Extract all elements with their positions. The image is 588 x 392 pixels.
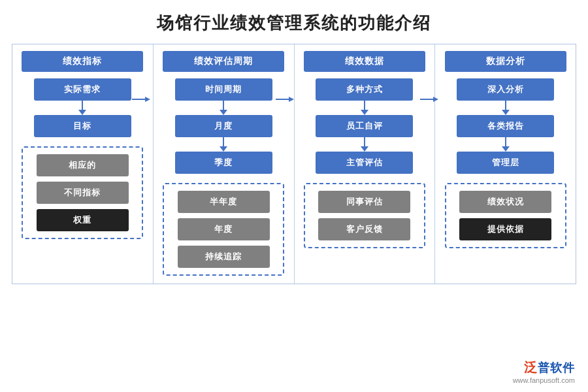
box-2-flow-0: 时间周期 (175, 78, 272, 101)
arrow-3-0 (297, 101, 433, 115)
box-2-flow-2: 季度 (175, 152, 272, 174)
box-3-d1: 客户反馈 (318, 218, 410, 240)
column-4: 数据分析 深入分析 各类报告 管理层 绩效状况 提供依据 (435, 44, 576, 256)
flow-section-4: 深入分析 各类报告 管理层 (438, 78, 573, 174)
box-2-d0: 半年度 (178, 191, 270, 213)
columns-wrapper: 绩效指标 实际需求 目标 相应的 不同指标 权重 绩效评估周期 时间周期 月度 … (12, 44, 576, 284)
column-2: 绩效评估周期 时间周期 月度 季度 半年度 年度 持续追踪 (154, 44, 294, 284)
col-header-3: 绩效数据 (304, 51, 425, 72)
flow-section-2: 时间周期 月度 季度 (156, 78, 291, 174)
box-3-flow-2: 主管评估 (316, 152, 413, 174)
box-3-d0: 同事评估 (318, 191, 410, 213)
box-3-flow-0: 多种方式 (316, 78, 413, 101)
dashed-box-3: 同事评估 客户反馈 (304, 183, 425, 248)
col-header-4: 数据分析 (445, 51, 566, 72)
column-3: 绩效数据 多种方式 员工自评 主管评估 同事评估 客户反馈 (295, 44, 435, 256)
box-4-flow-2: 管理层 (457, 152, 554, 174)
arrow-4-1 (438, 137, 573, 152)
dashed-box-4: 绩效状况 提供依据 (445, 183, 566, 248)
box-3-flow-1: 员工自评 (316, 115, 413, 137)
col-header-1: 绩效指标 (22, 51, 143, 72)
box-1-flow-1: 目标 (34, 115, 131, 137)
dashed-box-1: 相应的 不同指标 权重 (22, 146, 143, 239)
watermark-logo: 泛普软件 (524, 359, 575, 376)
box-2-flow-1: 月度 (175, 115, 272, 137)
flow-section-1: 实际需求 目标 (15, 78, 150, 137)
box-1-d2: 权重 (37, 209, 129, 231)
box-4-flow-1: 各类报告 (457, 115, 554, 137)
watermark-url: www.fanpusoft.com (513, 376, 575, 384)
arrow-2-1 (156, 137, 291, 152)
dashed-box-2: 半年度 年度 持续追踪 (163, 183, 284, 276)
arrow-3-1 (297, 137, 433, 152)
arrow-4-0 (438, 101, 573, 115)
outer-border: 绩效指标 实际需求 目标 相应的 不同指标 权重 绩效评估周期 时间周期 月度 … (12, 44, 576, 284)
column-1: 绩效指标 实际需求 目标 相应的 不同指标 权重 (12, 44, 153, 247)
box-2-d2: 持续追踪 (178, 246, 270, 268)
arrow-2-0 (156, 101, 291, 115)
box-2-d1: 年度 (178, 218, 270, 240)
watermark: 泛普软件 www.fanpusoft.com (513, 359, 575, 384)
box-1-d0: 相应的 (37, 154, 129, 176)
box-1-flow-0: 实际需求 (34, 78, 131, 101)
col-header-2: 绩效评估周期 (163, 51, 284, 72)
page-title: 场馆行业绩效管理系统的功能介绍 (0, 0, 588, 44)
flow-section-3: 多种方式 员工自评 主管评估 (297, 78, 433, 174)
box-4-d0: 绩效状况 (459, 191, 551, 213)
box-4-flow-0: 深入分析 (457, 78, 554, 101)
arrow-1-0 (15, 101, 150, 115)
box-1-d1: 不同指标 (37, 182, 129, 204)
box-4-d1: 提供依据 (459, 218, 551, 240)
